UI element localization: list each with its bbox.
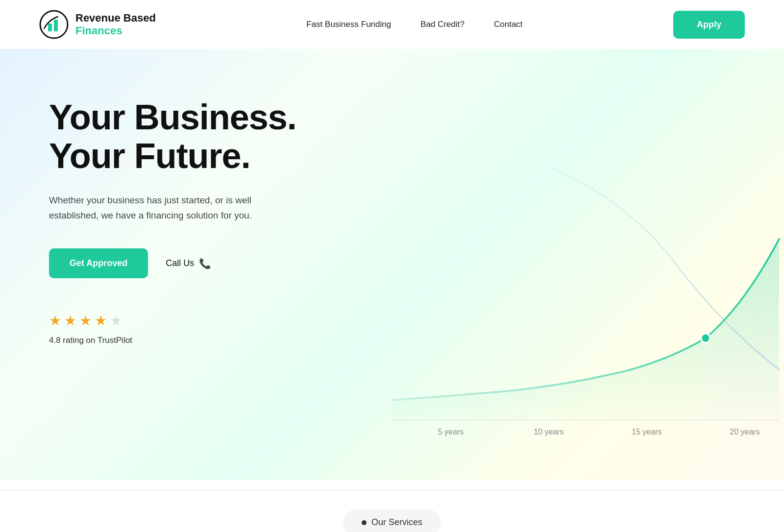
logo-line2: Finances	[75, 24, 156, 37]
svg-text:15 years: 15 years	[632, 427, 662, 436]
svg-text:10 years: 10 years	[534, 427, 564, 436]
star-2: ★	[64, 313, 76, 329]
logo[interactable]: Revenue Based Finances	[39, 10, 156, 39]
services-dot-icon	[362, 520, 367, 525]
nav-bad-credit[interactable]: Bad Credit?	[420, 20, 465, 29]
main-nav: Fast Business Funding Bad Credit? Contac…	[306, 20, 522, 29]
services-section: Our Services	[0, 490, 784, 532]
services-label: Our Services	[371, 517, 422, 528]
hero-content: Your Business. Your Future. Whether your…	[0, 49, 333, 345]
star-3: ★	[79, 313, 92, 329]
star-rating: ★ ★ ★ ★ ★	[49, 313, 333, 329]
logo-icon	[39, 10, 69, 39]
nav-contact[interactable]: Contact	[494, 20, 523, 29]
star-5: ★	[110, 313, 122, 329]
call-us-link[interactable]: Call Us 📞	[166, 258, 211, 269]
chart-svg: 5 years 10 years 15 years 20 years	[353, 157, 784, 451]
hero-section: Your Business. Your Future. Whether your…	[0, 49, 784, 480]
call-us-label: Call Us	[166, 258, 194, 268]
get-approved-button[interactable]: Get Approved	[49, 248, 148, 278]
svg-point-3	[701, 334, 710, 343]
rating-text: 4.8 rating on TrustPilot	[49, 336, 333, 345]
star-1: ★	[49, 313, 61, 329]
header: Revenue Based Finances Fast Business Fun…	[0, 0, 784, 49]
hero-actions: Get Approved Call Us 📞	[49, 248, 333, 278]
logo-text: Revenue Based Finances	[75, 12, 156, 38]
svg-text:20 years: 20 years	[730, 427, 760, 436]
hero-title: Your Business. Your Future.	[49, 98, 333, 175]
nav-fast-business-funding[interactable]: Fast Business Funding	[306, 20, 391, 29]
growth-chart: 5 years 10 years 15 years 20 years	[353, 157, 784, 451]
hero-subtitle: Whether your business has just started, …	[49, 193, 284, 223]
star-4: ★	[95, 313, 107, 329]
our-services-pill[interactable]: Our Services	[343, 510, 441, 532]
svg-rect-1	[48, 24, 52, 31]
phone-icon: 📞	[199, 258, 211, 269]
apply-button[interactable]: Apply	[673, 11, 745, 39]
logo-line1: Revenue Based	[75, 12, 156, 24]
svg-text:5 years: 5 years	[438, 427, 464, 436]
svg-rect-2	[54, 20, 58, 31]
